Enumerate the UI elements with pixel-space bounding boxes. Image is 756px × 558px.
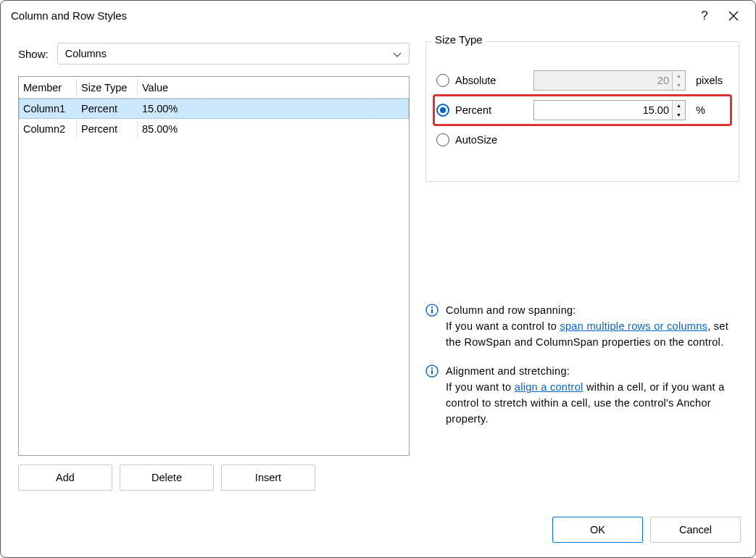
- percent-radio[interactable]: [436, 104, 449, 117]
- dialog-footer: OK Cancel: [1, 507, 755, 557]
- cell-value: 85.00%: [138, 120, 409, 138]
- header-sizetype[interactable]: Size Type: [77, 79, 138, 96]
- close-button[interactable]: [719, 5, 748, 27]
- cell-sizetype: Percent: [77, 100, 138, 117]
- autosize-label: AutoSize: [455, 134, 528, 146]
- cell-sizetype: Percent: [77, 120, 138, 138]
- show-dropdown[interactable]: Columns: [57, 43, 410, 64]
- window-title: Column and Row Styles: [11, 9, 690, 22]
- align-info: Alignment and stretching: If you want to…: [425, 363, 739, 427]
- cell-value: 15.00%: [138, 100, 409, 117]
- svg-rect-5: [431, 367, 433, 369]
- align-text-1: If you want to: [446, 381, 515, 393]
- autosize-radio[interactable]: [436, 133, 449, 146]
- span-link[interactable]: span multiple rows or columns: [560, 320, 707, 332]
- spinner-up-icon[interactable]: ▲: [673, 101, 685, 110]
- percent-input[interactable]: 15.00 ▲ ▼: [533, 100, 686, 120]
- cancel-button[interactable]: Cancel: [650, 517, 741, 543]
- grid-header: Member Size Type Value: [19, 77, 409, 99]
- span-title: Column and row spanning:: [446, 304, 576, 316]
- add-button[interactable]: Add: [18, 465, 112, 491]
- span-info-text: Column and row spanning: If you want a c…: [446, 302, 739, 350]
- absolute-value: 20: [534, 75, 672, 86]
- percent-value: 15.00: [534, 104, 672, 116]
- table-row[interactable]: Column2 Percent 85.00%: [19, 119, 409, 139]
- sizetype-title: Size Type: [432, 33, 486, 46]
- svg-rect-2: [431, 307, 433, 308]
- info-icon: [425, 365, 439, 378]
- percent-row: Percent 15.00 ▲ ▼ %: [436, 99, 726, 121]
- chevron-down-icon: [393, 48, 402, 59]
- insert-button[interactable]: Insert: [221, 465, 315, 491]
- header-value[interactable]: Value: [138, 79, 409, 96]
- members-grid: Member Size Type Value Column1 Percent 1…: [18, 76, 410, 456]
- percent-spinner: ▲ ▼: [672, 101, 685, 120]
- show-dropdown-value: Columns: [65, 48, 107, 59]
- cell-member: Column1: [19, 100, 77, 117]
- cell-member: Column2: [19, 120, 77, 138]
- close-icon: [728, 11, 739, 21]
- highlight-box: Percent 15.00 ▲ ▼ %: [433, 94, 732, 126]
- span-text-1: If you want a control to: [446, 320, 560, 332]
- absolute-spinner: ▲ ▼: [672, 71, 685, 90]
- align-title: Alignment and stretching:: [446, 365, 570, 377]
- span-info: Column and row spanning: If you want a c…: [425, 302, 739, 350]
- absolute-row: Absolute 20 ▲ ▼ pixels: [436, 67, 728, 94]
- spinner-down-icon[interactable]: ▼: [673, 80, 685, 90]
- dialog-window: Column and Row Styles ? Show: Columns Me…: [0, 0, 756, 558]
- radio-dot-icon: [440, 107, 446, 113]
- right-pane: Size Type Absolute 20 ▲ ▼ pixels: [425, 41, 739, 491]
- header-member[interactable]: Member: [19, 79, 77, 96]
- svg-rect-1: [431, 309, 433, 314]
- help-button[interactable]: ?: [690, 5, 719, 27]
- spinner-up-icon[interactable]: ▲: [673, 71, 685, 80]
- info-section: Column and row spanning: If you want a c…: [425, 302, 739, 427]
- sizetype-group: Size Type Absolute 20 ▲ ▼ pixels: [425, 41, 739, 182]
- align-info-text: Alignment and stretching: If you want to…: [446, 363, 739, 427]
- show-row: Show: Columns: [18, 41, 410, 66]
- ok-button[interactable]: OK: [552, 517, 643, 543]
- absolute-input[interactable]: 20 ▲ ▼: [533, 70, 686, 91]
- left-pane: Show: Columns Member Size Type Value Col…: [18, 41, 410, 491]
- absolute-label: Absolute: [455, 75, 528, 86]
- show-label: Show:: [18, 48, 49, 60]
- absolute-unit: pixels: [696, 75, 723, 86]
- svg-rect-4: [431, 370, 433, 375]
- absolute-radio[interactable]: [436, 74, 449, 87]
- align-link[interactable]: align a control: [515, 381, 583, 393]
- content-area: Show: Columns Member Size Type Value Col…: [1, 28, 755, 507]
- autosize-row: AutoSize: [436, 126, 728, 154]
- percent-label: Percent: [455, 104, 528, 116]
- percent-unit: %: [696, 104, 705, 116]
- info-icon: [425, 304, 439, 317]
- delete-button[interactable]: Delete: [120, 465, 214, 491]
- titlebar: Column and Row Styles ?: [1, 1, 755, 28]
- spinner-down-icon[interactable]: ▼: [673, 110, 685, 120]
- grid-buttons: Add Delete Insert: [18, 465, 410, 491]
- table-row[interactable]: Column1 Percent 15.00%: [19, 99, 409, 119]
